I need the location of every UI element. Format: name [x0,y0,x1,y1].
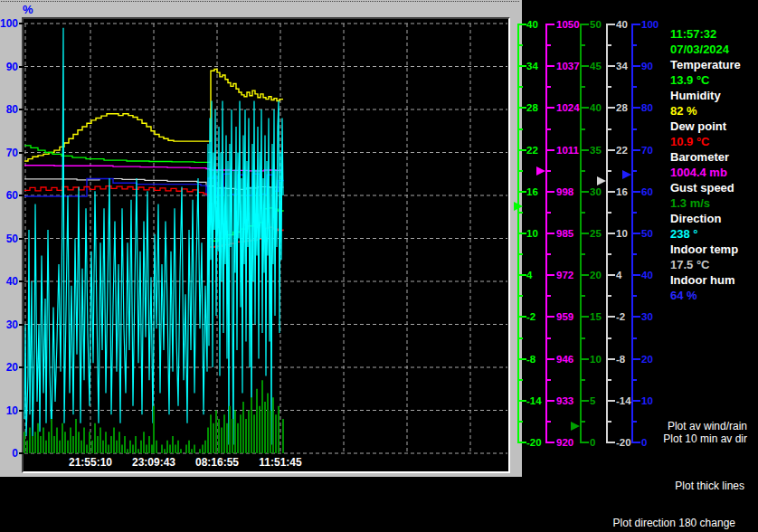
barometer-scale-major-tick [547,316,554,318]
wind-speed-scale-major-tick [582,442,589,443]
indoor-temp-scale-minor-tick [608,421,611,423]
wind-speed-scale-label: 45 [590,60,602,72]
option-plot-av-wind-rain[interactable]: Plot av wind/rain [668,420,747,432]
reading-label: Indoor hum [670,272,757,288]
readings-panel: 11:57:32 07/03/2024 Temperature13.9 °CHu… [670,26,757,303]
barometer-scale-label: 1037 [556,60,580,72]
wind-speed-scale-minor-tick [582,379,585,381]
wind-speed-scale-label: 25 [590,227,602,240]
barometer-scale-arrow-indicator [536,166,545,176]
barometer-scale-label: 933 [556,394,573,407]
barometer-scale-label: 998 [556,185,573,198]
humidity-scale-major-tick [633,65,640,67]
indoor-temp-scale-major-tick [608,233,615,234]
wind-speed-scale-label: 35 [590,144,602,157]
indoor-temp-scale-major-tick [608,65,615,67]
humidity-scale-major-tick [633,316,640,318]
temperature-scale-major-tick [519,107,526,109]
reading-value: 17.5 °C [670,257,757,272]
wind-speed-scale-minor-tick [582,212,585,214]
barometer-scale-major-tick [547,233,554,234]
barometer-scale-minor-tick [547,379,551,381]
barometer-scale-label: 920 [556,436,573,449]
barometer-scale-label: 1050 [556,18,580,31]
y-axis-tick [19,238,24,240]
temperature-scale-label: -8 [526,353,535,366]
humidity-scale-label: 100 [641,18,659,31]
y-axis-label: 100 [0,17,18,30]
option-plot-thick-lines[interactable]: Plot thick lines [675,480,744,492]
y-axis-label: 60 [0,189,18,202]
barometer-scale-minor-tick [547,253,551,255]
temperature-scale-label: -14 [526,394,542,407]
temperature-scale-minor-tick [519,170,523,172]
y-axis-label: 20 [0,361,18,374]
humidity-scale-label: 30 [641,310,653,323]
temperature-scale-major-tick [519,358,526,360]
wind-speed-scale-major-tick [582,400,589,402]
humidity-scale-major-tick [633,24,640,25]
barometer-scale-major-tick [547,107,554,109]
humidity-scale-arrow-indicator [622,170,631,179]
indoor-temp-scale-major-tick [608,149,615,151]
indoor-temp-scale-label: 16 [616,185,628,198]
y-axis-label: 80 [0,103,18,116]
y-axis-label: 70 [0,147,18,159]
y-axis-tick [19,452,24,454]
humidity-scale-minor-tick [633,44,637,46]
temperature-scale-minor-tick [519,86,523,88]
temperature-scale-minor-tick [519,379,523,381]
barometer-scale-minor-tick [547,212,551,214]
wind-speed-scale-major-tick [582,65,589,67]
humidity-scale-minor-tick [633,337,637,339]
temperature-scale-label: 28 [526,101,538,114]
indoor-temp-scale-label: -14 [616,394,631,407]
indoor-temp-scale-major-tick [608,358,615,360]
y-axis-tick [19,152,24,154]
temperature-scale-minor-tick [519,421,523,423]
humidity-scale-label: 60 [641,185,653,198]
indoor-temp-scale-major-tick [608,442,615,443]
humidity-scale-major-tick [633,358,640,360]
wind-speed-scale-major-tick [582,358,589,360]
indoor-temp-scale-label: 40 [616,18,628,31]
indoor-temp-scale-major-tick [608,274,615,276]
temperature-scale-arrow-indicator [514,202,523,211]
reading-label: Humidity [670,88,757,103]
barometer-scale-label: 959 [556,310,573,323]
focus-outline [1,1,519,2]
humidity-scale-label: 90 [641,60,653,72]
option-plot-direction-180[interactable]: Plot direction 180 change [613,517,735,529]
humidity-scale-minor-tick [633,295,637,297]
temperature-scale-label: -2 [526,310,535,323]
current-date: 07/03/2024 [670,42,757,57]
indoor-temp-scale-major-tick [608,24,615,25]
reading-value: 1.3 m/s [670,195,757,211]
reading-label: Gust speed [670,180,757,195]
humidity-scale-label: 0 [641,436,647,449]
reading-label: Dew point [670,119,757,134]
readings-list: Temperature13.9 °CHumidity82 %Dew point1… [670,57,757,303]
wind-speed-scale-minor-tick [582,337,585,339]
wind-speed-scale-major-tick [582,149,589,151]
y-axis-tick [19,195,24,196]
option-plot-10min-av-dir[interactable]: Plot 10 min av dir [663,432,747,445]
barometer-scale-major-tick [547,358,554,360]
humidity-scale-major-tick [633,274,640,276]
indoor-temp-scale-minor-tick [608,128,611,130]
indoor-temp-scale-major-tick [608,107,615,109]
humidity-scale-major-tick [633,400,640,402]
humidity-scale-minor-tick [633,253,637,255]
indoor-temp-scale-major-tick [608,400,615,402]
barometer-scale-minor-tick [547,421,551,423]
barometer-scale-label: 946 [556,353,573,366]
y-axis-label: 50 [0,233,18,245]
temperature-scale-minor-tick [519,337,523,339]
wind-speed-scale-major-tick [582,274,589,276]
indoor-temp-scale-minor-tick [608,86,611,88]
y-axis-label: 40 [0,275,18,288]
wind-speed-scale-arrow-indicator [571,422,580,431]
wind-speed-scale-label: 20 [590,269,602,281]
wind-speed-scale-label: 50 [590,18,602,31]
y-axis-tick [19,366,24,368]
